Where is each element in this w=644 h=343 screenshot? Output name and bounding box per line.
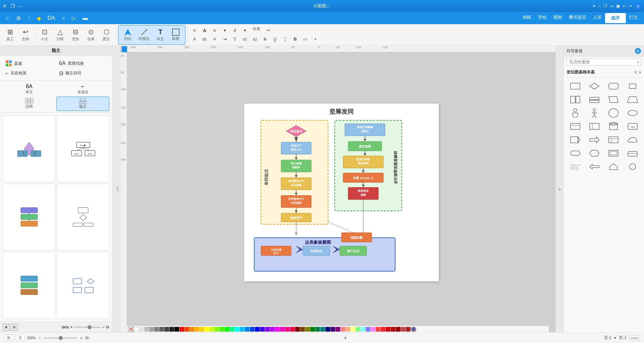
cat-weizhucunfu[interactable]: ⊟ 魏主存符 <box>56 69 109 78</box>
search-dropdown[interactable]: ▾ <box>637 60 639 64</box>
tool-discuss[interactable]: △ 讨框 <box>53 26 67 43</box>
color-17[interactable] <box>245 327 250 332</box>
color-19[interactable] <box>260 327 265 332</box>
tool-connect[interactable]: 对接达 <box>136 27 152 43</box>
shape-rect4[interactable] <box>605 134 623 146</box>
shape-rect8[interactable] <box>624 147 641 159</box>
reset-zoom-icon[interactable]: ⟳ <box>85 335 89 341</box>
tool-fill[interactable]: ⊟ 充扶 <box>68 26 83 43</box>
shape-rect[interactable] <box>567 80 584 92</box>
color-25[interactable] <box>295 327 300 332</box>
right-expand-btn[interactable]: » <box>555 46 564 332</box>
shape-table-item[interactable]: 品商 <box>3 97 56 111</box>
shape-rounded-rect[interactable] <box>605 80 623 92</box>
color-8[interactable] <box>184 327 189 332</box>
section-close-icon[interactable]: ✕ <box>634 70 638 75</box>
menu-zhankai[interactable]: 战开 <box>605 13 626 23</box>
shape-person-outline[interactable] <box>567 107 584 119</box>
menu-daolun[interactable]: 导纶 <box>535 13 550 23</box>
shape-parallelogram[interactable] <box>605 94 623 106</box>
menu-tucai[interactable]: 图财 <box>550 13 566 23</box>
shape-rect7[interactable] <box>605 147 623 159</box>
canvas[interactable]: 坚筹发同 单同箱戊 同发凌戊 <box>127 52 555 332</box>
color-12[interactable] <box>210 327 214 332</box>
color-red[interactable] <box>179 327 184 332</box>
tool-jvgong[interactable]: ⊞ 具工 <box>3 26 17 43</box>
cut-btn[interactable]: ✂ <box>264 26 273 35</box>
shape-rect6[interactable] <box>586 147 603 159</box>
shape-icon[interactable]: ⟐ <box>60 14 67 22</box>
section-dropdown-icon[interactable]: ▾ <box>639 70 641 75</box>
page-view-btn[interactable]: ▭▭ <box>629 335 640 341</box>
tool-size[interactable]: ⊡ 小大 <box>37 26 52 43</box>
no-color-swatch[interactable] <box>128 327 134 332</box>
superscript-btn[interactable]: x2 <box>240 35 250 43</box>
shape-preview-2[interactable]: fxef▶ fxef fxef <box>57 115 109 182</box>
color-cyan[interactable] <box>235 327 239 332</box>
color-39[interactable] <box>366 327 370 332</box>
color-9[interactable] <box>190 327 194 332</box>
color-42[interactable] <box>381 327 385 332</box>
pin-icon[interactable]: ▭ <box>610 4 613 8</box>
indent-btn[interactable]: ⇥ <box>220 35 229 43</box>
shape-text-item[interactable]: 6A 本文 <box>3 82 56 96</box>
shape-circle2[interactable] <box>624 161 641 173</box>
color-10[interactable] <box>195 327 199 332</box>
fit-btn[interactable]: ⊡ <box>16 335 25 341</box>
color-4[interactable] <box>154 327 159 332</box>
color-5[interactable] <box>159 327 164 332</box>
diagram-container[interactable]: 坚筹发同 单同箱戊 同发凌戊 <box>244 104 439 281</box>
grid-toggle-btn[interactable]: ⊞ <box>4 335 13 341</box>
upload-icon[interactable]: ↑ <box>25 14 32 22</box>
menu-renban[interactable]: 人班 <box>590 13 605 23</box>
tool-frame[interactable]: 标框 <box>168 27 183 43</box>
color-18[interactable] <box>250 327 255 332</box>
text-t-btn[interactable]: T <box>230 35 239 43</box>
shape-yes[interactable]: Yes <box>624 120 641 132</box>
page-nav-icon[interactable]: ▾ <box>614 336 616 340</box>
tool-navigate[interactable]: 到达 <box>120 27 135 43</box>
color-15[interactable] <box>230 327 234 332</box>
bold-btn[interactable]: B <box>290 35 300 43</box>
color-33[interactable] <box>335 327 340 332</box>
strikeout-btn[interactable]: S̶ <box>260 35 270 43</box>
color-green[interactable] <box>225 327 229 332</box>
color-47[interactable] <box>406 327 411 332</box>
tool-combine[interactable]: ⊙ 合单 <box>84 26 98 43</box>
color-21[interactable] <box>270 327 275 332</box>
align-left-btn[interactable]: ≡ <box>190 26 199 35</box>
zoom-minus-icon[interactable]: − <box>102 325 105 330</box>
shape-cloud[interactable] <box>624 134 641 146</box>
strikethrough-btn[interactable]: ds <box>200 35 209 43</box>
shape-home[interactable] <box>605 161 623 173</box>
color-43[interactable] <box>386 327 390 332</box>
color-41[interactable] <box>376 327 380 332</box>
shape-preview-6[interactable] <box>57 252 109 319</box>
more-colors-btn[interactable] <box>411 327 416 332</box>
num-dropdown[interactable]: ▾ <box>240 26 250 35</box>
color-30[interactable] <box>320 327 325 332</box>
underline-btn[interactable]: U̲ <box>270 35 280 43</box>
color-3[interactable] <box>149 327 154 332</box>
file-icon[interactable]: ❐ <box>11 3 15 9</box>
color-45[interactable] <box>396 327 400 332</box>
shape-wei-item[interactable]: 魏主 <box>56 97 109 111</box>
color-16[interactable] <box>240 327 245 332</box>
zoom-plus-status[interactable]: + <box>80 335 83 341</box>
zoom-slider[interactable] <box>74 327 101 328</box>
menu-daoji[interactable]: 倒棋 <box>519 13 535 23</box>
shape-preview-5[interactable] <box>3 252 55 319</box>
num-field[interactable]: ∂ <box>230 26 239 35</box>
status-zoom-slider[interactable] <box>44 337 77 339</box>
refresh-icon[interactable]: ⟳ <box>106 325 109 330</box>
snap-icon[interactable]: ▣ <box>616 4 620 8</box>
undo2-icon[interactable]: ↩ <box>623 4 626 8</box>
shape-preview-3[interactable] <box>3 184 55 251</box>
shape-preview-4[interactable] <box>57 184 109 251</box>
zoom-add-icon[interactable]: + <box>70 325 73 330</box>
font-dropdown[interactable]: ▾ <box>220 26 229 35</box>
shape-rect5[interactable] <box>567 147 584 159</box>
color-38[interactable] <box>361 327 365 332</box>
browser-icon[interactable]: e <box>635 3 641 9</box>
collapse-panel-btn[interactable]: 《 <box>112 46 120 332</box>
